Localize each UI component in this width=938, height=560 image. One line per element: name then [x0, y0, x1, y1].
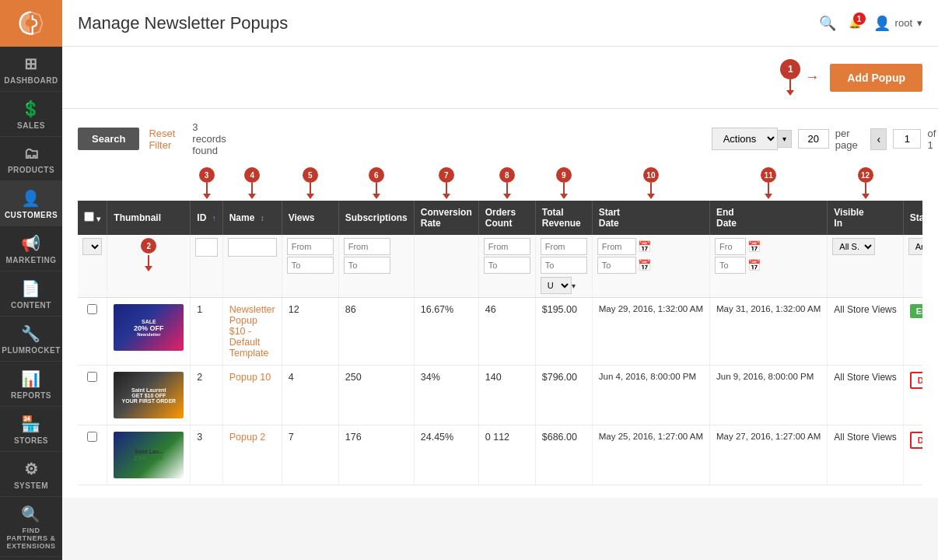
row2-revenue: $796.00	[535, 366, 592, 425]
row2-name-link[interactable]: Popup 10	[229, 372, 271, 383]
row3-thumb-image: Saint Lau... 25% OFF	[114, 432, 184, 478]
actions-select[interactable]: Actions	[712, 128, 778, 150]
search-icon[interactable]: 🔍	[819, 15, 836, 32]
table-header-row: ▾ Thumbnail ID ↑ Name ↕ Views Subscripti…	[78, 201, 922, 235]
sidebar-item-label: REPORTS	[11, 391, 51, 400]
row1-revenue: $195.00	[535, 298, 592, 366]
sidebar: ⊞ DASHBOARD 💲 SALES 🗂 PRODUCTS 👤 CUSTOME…	[0, 0, 62, 560]
th-visible-in: VisibleIn	[828, 201, 903, 235]
filter-any-select[interactable]: Any	[82, 238, 102, 255]
sidebar-item-label: SYSTEM	[14, 481, 48, 490]
row3-name: Popup 2	[222, 425, 282, 485]
table-row: Saint Lau... 25% OFF 3 Popup 2 7 176	[78, 425, 922, 485]
row3-status-badge: DISABLED	[910, 432, 922, 449]
user-menu[interactable]: 👤 root ▾	[873, 15, 922, 32]
prev-page-button[interactable]: ‹	[870, 128, 887, 150]
sidebar-item-sales[interactable]: 💲 SALES	[0, 92, 62, 137]
row3-views: 7	[282, 425, 338, 485]
row3-checkbox[interactable]	[87, 432, 97, 442]
row3-start-date: May 25, 2016, 1:27:00 AM	[592, 425, 709, 485]
table-container: 3 4	[78, 166, 922, 485]
step-badge-8: 8	[499, 167, 515, 183]
step-badge-5: 5	[303, 167, 318, 183]
logo[interactable]	[0, 0, 62, 47]
notification-bell[interactable]: 🔔 1	[849, 17, 861, 29]
topbar: Manage Newsletter Popups 🔍 🔔 1 👤 root ▾	[62, 0, 938, 47]
filter-subscriptions-from[interactable]	[344, 238, 390, 255]
actions-select-arrow[interactable]: ▾	[778, 130, 792, 148]
row1-name-link[interactable]: Newsletter Popup $10 - Default Template	[229, 304, 275, 359]
sidebar-item-stores[interactable]: 🏪 STORES	[0, 407, 62, 452]
page-input[interactable]	[893, 129, 921, 149]
filter-end-from[interactable]	[715, 238, 746, 255]
filter-visible-select[interactable]: All S...	[832, 238, 875, 255]
step-arrow-1	[786, 79, 794, 96]
sidebar-item-marketing[interactable]: 📢 MARKETING	[0, 226, 62, 271]
sidebar-item-products[interactable]: 🗂 PRODUCTS	[0, 137, 62, 181]
row3-name-link[interactable]: Popup 2	[229, 432, 266, 443]
plumrocket-icon: 🔧	[21, 324, 41, 343]
select-all-checkbox[interactable]	[84, 212, 94, 222]
search-button[interactable]: Search	[78, 128, 139, 150]
currency-arrow-icon: ▾	[572, 282, 576, 290]
table-row: Saint Laurent GET $10 OFF YOUR FIRST ORD…	[78, 366, 922, 425]
content-area: 1 → Add Popup Search Reset Filter	[62, 47, 938, 560]
calendar-start-to-icon[interactable]: 📅	[638, 259, 651, 271]
row2-subscriptions: 250	[338, 366, 414, 425]
filter-orders-from[interactable]	[484, 238, 530, 255]
filter-orders-to[interactable]	[484, 257, 530, 274]
calendar-start-from-icon[interactable]: 📅	[638, 240, 651, 253]
filter-currency-select[interactable]: U	[541, 277, 572, 294]
sidebar-item-content[interactable]: 📄 CONTENT	[0, 271, 62, 317]
user-icon: 👤	[873, 15, 891, 32]
row1-start-date: May 29, 2016, 1:32:00 AM	[592, 298, 709, 366]
sidebar-item-dashboard[interactable]: ⊞ DASHBOARD	[0, 47, 62, 92]
filter-subscriptions-to[interactable]	[344, 257, 390, 274]
sidebar-item-system[interactable]: ⚙ SYSTEM	[0, 452, 62, 497]
sidebar-item-plumrocket[interactable]: 🔧 PLUMROCKET	[0, 317, 62, 362]
step-badge-11: 11	[761, 167, 776, 183]
filter-bar: Search Reset Filter 3 records found Acti…	[78, 121, 922, 156]
filter-end-to[interactable]	[715, 257, 746, 274]
row1-thumb-image: SALE 20% OFF Newsletter	[114, 304, 184, 351]
data-table: 3 4	[78, 166, 922, 485]
row2-checkbox[interactable]	[87, 372, 97, 382]
th-id[interactable]: ID ↑	[191, 201, 222, 235]
per-page-input[interactable]	[798, 129, 829, 149]
calendar-end-to-icon[interactable]: 📅	[747, 259, 761, 271]
filter-views-to[interactable]	[287, 257, 334, 274]
th-end-date: EndDate	[710, 201, 828, 235]
step-badge-10: 10	[643, 167, 659, 183]
sidebar-item-label: CUSTOMERS	[5, 211, 58, 219]
row1-end-date: May 31, 2016, 1:32:00 AM	[710, 298, 828, 366]
th-checkbox: ▾	[78, 201, 107, 235]
sidebar-item-customers[interactable]: 👤 CUSTOMERS	[0, 181, 62, 226]
customers-icon: 👤	[21, 189, 41, 208]
reset-filter-link[interactable]: Reset Filter	[149, 128, 175, 151]
filter-views-from[interactable]	[287, 238, 334, 255]
sidebar-item-reports[interactable]: 📊 REPORTS	[0, 362, 62, 407]
sidebar-item-label: FIND PARTNERS & EXTENSIONS	[3, 527, 59, 550]
add-popup-button[interactable]: Add Popup	[830, 64, 922, 92]
action-bar: 1 → Add Popup	[62, 47, 938, 109]
records-found: 3 records found	[192, 121, 226, 156]
row3-orders: 0 112	[478, 425, 535, 485]
filter-start-to[interactable]	[597, 257, 636, 274]
sidebar-item-label: PRODUCTS	[8, 166, 54, 174]
filter-start-from[interactable]	[597, 238, 636, 255]
row1-checkbox[interactable]	[87, 304, 97, 314]
filter-status-select[interactable]: Any Enabled Disabled	[908, 238, 922, 255]
filter-id-input[interactable]	[195, 238, 217, 257]
filter-revenue-from[interactable]	[541, 238, 587, 255]
sidebar-item-label: STORES	[14, 436, 48, 445]
filter-revenue-to[interactable]	[541, 257, 587, 274]
sidebar-item-extensions[interactable]: 🔍 FIND PARTNERS & EXTENSIONS	[0, 497, 62, 557]
row2-status: DISABLED	[903, 366, 922, 425]
filter-orders-col	[478, 235, 535, 298]
row2-id: 2	[191, 366, 222, 425]
th-name[interactable]: Name ↕	[222, 201, 282, 235]
filter-name-input[interactable]	[228, 238, 277, 257]
row3-thumbnail: Saint Lau... 25% OFF	[107, 425, 191, 485]
row2-visible-in: All Store Views	[828, 366, 903, 425]
calendar-end-from-icon[interactable]: 📅	[747, 240, 761, 253]
